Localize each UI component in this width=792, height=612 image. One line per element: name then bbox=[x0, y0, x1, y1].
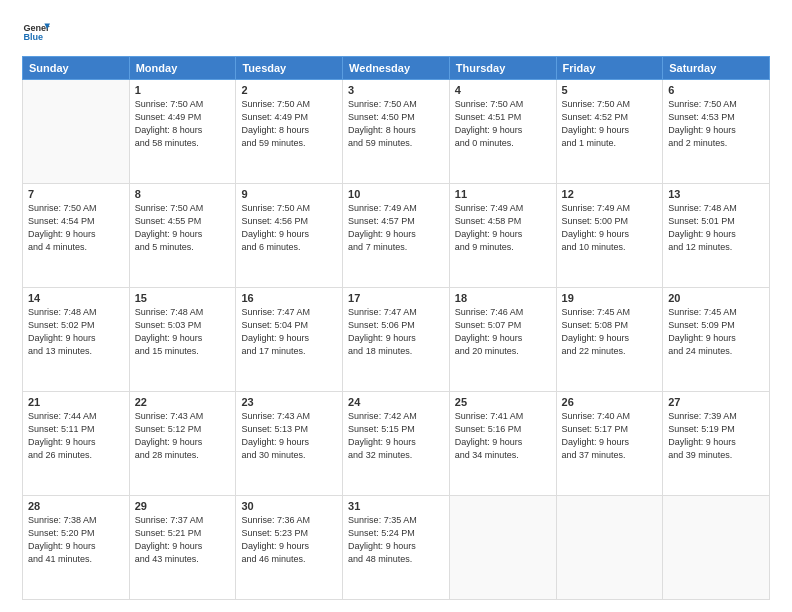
day-info: Sunrise: 7:50 AMSunset: 4:55 PMDaylight:… bbox=[135, 202, 231, 254]
day-info: Sunrise: 7:50 AMSunset: 4:53 PMDaylight:… bbox=[668, 98, 764, 150]
day-info: Sunrise: 7:45 AMSunset: 5:09 PMDaylight:… bbox=[668, 306, 764, 358]
day-info: Sunrise: 7:47 AMSunset: 5:04 PMDaylight:… bbox=[241, 306, 337, 358]
day-info: Sunrise: 7:45 AMSunset: 5:08 PMDaylight:… bbox=[562, 306, 658, 358]
calendar-cell: 10Sunrise: 7:49 AMSunset: 4:57 PMDayligh… bbox=[343, 184, 450, 288]
calendar-cell: 8Sunrise: 7:50 AMSunset: 4:55 PMDaylight… bbox=[129, 184, 236, 288]
calendar-cell: 19Sunrise: 7:45 AMSunset: 5:08 PMDayligh… bbox=[556, 288, 663, 392]
weekday-header-sunday: Sunday bbox=[23, 57, 130, 80]
calendar-cell: 9Sunrise: 7:50 AMSunset: 4:56 PMDaylight… bbox=[236, 184, 343, 288]
day-info: Sunrise: 7:50 AMSunset: 4:49 PMDaylight:… bbox=[135, 98, 231, 150]
day-info: Sunrise: 7:49 AMSunset: 4:58 PMDaylight:… bbox=[455, 202, 551, 254]
weekday-header-wednesday: Wednesday bbox=[343, 57, 450, 80]
calendar-cell: 23Sunrise: 7:43 AMSunset: 5:13 PMDayligh… bbox=[236, 392, 343, 496]
day-number: 30 bbox=[241, 500, 337, 512]
day-info: Sunrise: 7:50 AMSunset: 4:56 PMDaylight:… bbox=[241, 202, 337, 254]
day-number: 3 bbox=[348, 84, 444, 96]
day-info: Sunrise: 7:50 AMSunset: 4:50 PMDaylight:… bbox=[348, 98, 444, 150]
calendar-cell: 16Sunrise: 7:47 AMSunset: 5:04 PMDayligh… bbox=[236, 288, 343, 392]
day-number: 29 bbox=[135, 500, 231, 512]
calendar-cell: 29Sunrise: 7:37 AMSunset: 5:21 PMDayligh… bbox=[129, 496, 236, 600]
day-number: 6 bbox=[668, 84, 764, 96]
logo: General Blue bbox=[22, 18, 50, 46]
calendar-cell: 7Sunrise: 7:50 AMSunset: 4:54 PMDaylight… bbox=[23, 184, 130, 288]
calendar-week-row: 1Sunrise: 7:50 AMSunset: 4:49 PMDaylight… bbox=[23, 80, 770, 184]
day-number: 21 bbox=[28, 396, 124, 408]
day-number: 4 bbox=[455, 84, 551, 96]
day-info: Sunrise: 7:50 AMSunset: 4:54 PMDaylight:… bbox=[28, 202, 124, 254]
day-number: 14 bbox=[28, 292, 124, 304]
day-info: Sunrise: 7:50 AMSunset: 4:52 PMDaylight:… bbox=[562, 98, 658, 150]
day-number: 12 bbox=[562, 188, 658, 200]
calendar-cell: 22Sunrise: 7:43 AMSunset: 5:12 PMDayligh… bbox=[129, 392, 236, 496]
day-info: Sunrise: 7:36 AMSunset: 5:23 PMDaylight:… bbox=[241, 514, 337, 566]
day-number: 2 bbox=[241, 84, 337, 96]
svg-text:Blue: Blue bbox=[23, 32, 43, 42]
calendar-cell: 15Sunrise: 7:48 AMSunset: 5:03 PMDayligh… bbox=[129, 288, 236, 392]
calendar-cell: 5Sunrise: 7:50 AMSunset: 4:52 PMDaylight… bbox=[556, 80, 663, 184]
weekday-header-tuesday: Tuesday bbox=[236, 57, 343, 80]
day-info: Sunrise: 7:47 AMSunset: 5:06 PMDaylight:… bbox=[348, 306, 444, 358]
day-info: Sunrise: 7:49 AMSunset: 4:57 PMDaylight:… bbox=[348, 202, 444, 254]
calendar-cell bbox=[449, 496, 556, 600]
calendar-cell: 30Sunrise: 7:36 AMSunset: 5:23 PMDayligh… bbox=[236, 496, 343, 600]
day-number: 8 bbox=[135, 188, 231, 200]
calendar-cell bbox=[663, 496, 770, 600]
calendar-cell: 26Sunrise: 7:40 AMSunset: 5:17 PMDayligh… bbox=[556, 392, 663, 496]
weekday-header-monday: Monday bbox=[129, 57, 236, 80]
day-number: 28 bbox=[28, 500, 124, 512]
calendar-week-row: 14Sunrise: 7:48 AMSunset: 5:02 PMDayligh… bbox=[23, 288, 770, 392]
calendar-week-row: 21Sunrise: 7:44 AMSunset: 5:11 PMDayligh… bbox=[23, 392, 770, 496]
day-info: Sunrise: 7:40 AMSunset: 5:17 PMDaylight:… bbox=[562, 410, 658, 462]
day-number: 13 bbox=[668, 188, 764, 200]
weekday-header-saturday: Saturday bbox=[663, 57, 770, 80]
calendar-table: SundayMondayTuesdayWednesdayThursdayFrid… bbox=[22, 56, 770, 600]
day-info: Sunrise: 7:42 AMSunset: 5:15 PMDaylight:… bbox=[348, 410, 444, 462]
calendar-cell: 13Sunrise: 7:48 AMSunset: 5:01 PMDayligh… bbox=[663, 184, 770, 288]
day-info: Sunrise: 7:39 AMSunset: 5:19 PMDaylight:… bbox=[668, 410, 764, 462]
calendar-week-row: 7Sunrise: 7:50 AMSunset: 4:54 PMDaylight… bbox=[23, 184, 770, 288]
calendar-cell: 3Sunrise: 7:50 AMSunset: 4:50 PMDaylight… bbox=[343, 80, 450, 184]
day-info: Sunrise: 7:35 AMSunset: 5:24 PMDaylight:… bbox=[348, 514, 444, 566]
day-number: 7 bbox=[28, 188, 124, 200]
day-info: Sunrise: 7:46 AMSunset: 5:07 PMDaylight:… bbox=[455, 306, 551, 358]
day-number: 22 bbox=[135, 396, 231, 408]
day-info: Sunrise: 7:43 AMSunset: 5:12 PMDaylight:… bbox=[135, 410, 231, 462]
day-info: Sunrise: 7:48 AMSunset: 5:03 PMDaylight:… bbox=[135, 306, 231, 358]
calendar-cell: 14Sunrise: 7:48 AMSunset: 5:02 PMDayligh… bbox=[23, 288, 130, 392]
day-number: 16 bbox=[241, 292, 337, 304]
day-info: Sunrise: 7:50 AMSunset: 4:49 PMDaylight:… bbox=[241, 98, 337, 150]
day-number: 11 bbox=[455, 188, 551, 200]
calendar-cell: 1Sunrise: 7:50 AMSunset: 4:49 PMDaylight… bbox=[129, 80, 236, 184]
day-number: 26 bbox=[562, 396, 658, 408]
page-header: General Blue bbox=[22, 18, 770, 46]
calendar-cell: 24Sunrise: 7:42 AMSunset: 5:15 PMDayligh… bbox=[343, 392, 450, 496]
calendar-cell: 21Sunrise: 7:44 AMSunset: 5:11 PMDayligh… bbox=[23, 392, 130, 496]
day-number: 19 bbox=[562, 292, 658, 304]
weekday-header-row: SundayMondayTuesdayWednesdayThursdayFrid… bbox=[23, 57, 770, 80]
day-info: Sunrise: 7:38 AMSunset: 5:20 PMDaylight:… bbox=[28, 514, 124, 566]
calendar-week-row: 28Sunrise: 7:38 AMSunset: 5:20 PMDayligh… bbox=[23, 496, 770, 600]
calendar-cell: 20Sunrise: 7:45 AMSunset: 5:09 PMDayligh… bbox=[663, 288, 770, 392]
calendar-cell: 31Sunrise: 7:35 AMSunset: 5:24 PMDayligh… bbox=[343, 496, 450, 600]
calendar-cell: 17Sunrise: 7:47 AMSunset: 5:06 PMDayligh… bbox=[343, 288, 450, 392]
calendar-cell: 28Sunrise: 7:38 AMSunset: 5:20 PMDayligh… bbox=[23, 496, 130, 600]
day-info: Sunrise: 7:49 AMSunset: 5:00 PMDaylight:… bbox=[562, 202, 658, 254]
weekday-header-friday: Friday bbox=[556, 57, 663, 80]
day-info: Sunrise: 7:48 AMSunset: 5:02 PMDaylight:… bbox=[28, 306, 124, 358]
day-info: Sunrise: 7:50 AMSunset: 4:51 PMDaylight:… bbox=[455, 98, 551, 150]
day-number: 25 bbox=[455, 396, 551, 408]
day-number: 15 bbox=[135, 292, 231, 304]
weekday-header-thursday: Thursday bbox=[449, 57, 556, 80]
day-info: Sunrise: 7:43 AMSunset: 5:13 PMDaylight:… bbox=[241, 410, 337, 462]
calendar-cell bbox=[23, 80, 130, 184]
day-number: 24 bbox=[348, 396, 444, 408]
day-number: 10 bbox=[348, 188, 444, 200]
calendar-cell: 27Sunrise: 7:39 AMSunset: 5:19 PMDayligh… bbox=[663, 392, 770, 496]
day-number: 17 bbox=[348, 292, 444, 304]
day-number: 23 bbox=[241, 396, 337, 408]
calendar-cell: 25Sunrise: 7:41 AMSunset: 5:16 PMDayligh… bbox=[449, 392, 556, 496]
calendar-cell: 11Sunrise: 7:49 AMSunset: 4:58 PMDayligh… bbox=[449, 184, 556, 288]
day-number: 9 bbox=[241, 188, 337, 200]
calendar-cell: 6Sunrise: 7:50 AMSunset: 4:53 PMDaylight… bbox=[663, 80, 770, 184]
day-number: 31 bbox=[348, 500, 444, 512]
